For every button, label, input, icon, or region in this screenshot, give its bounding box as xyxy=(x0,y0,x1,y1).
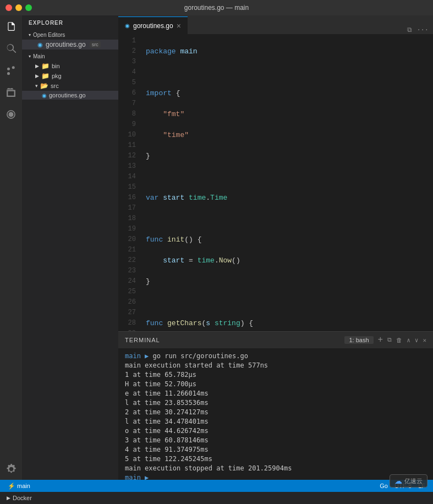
go-tab-icon: ◉ xyxy=(125,23,130,29)
main-section[interactable]: ▾ Main xyxy=(22,52,118,61)
terminal-line-12: 4 at time 91.374975ms xyxy=(125,445,426,454)
activity-bar-bottom xyxy=(4,462,18,475)
terminal-header: Terminal 1: bash + ⧉ 🗑 ∧ ∨ ✕ xyxy=(118,332,433,348)
open-file-name: goroutines.go xyxy=(46,41,86,48)
src-file-name: goroutines.go xyxy=(49,92,86,98)
tab-actions: ⧉ ··· xyxy=(403,26,433,34)
maximize-button[interactable] xyxy=(25,4,32,11)
terminal-line-1: main ▶ go run src/goroutines.go xyxy=(125,352,426,361)
folder-src-label: src xyxy=(51,83,59,89)
window-controls xyxy=(6,4,32,11)
titlebar: goroutines.go — main xyxy=(0,0,433,15)
cloud-icon: ☁ xyxy=(394,476,402,485)
code-content[interactable]: package main import { "fmt" "time" } var… xyxy=(140,35,433,331)
docker-text: Docker xyxy=(13,495,32,501)
open-editors-section[interactable]: ▾ Open Editors xyxy=(22,30,118,40)
open-editor-goroutines[interactable]: ◉ goroutines.go src xyxy=(22,40,118,50)
docker-section: ▶ Docker xyxy=(0,492,433,504)
source-control-icon[interactable] xyxy=(4,64,18,77)
folder-src-icon: 📂 xyxy=(40,82,48,90)
watermark-text: 亿速云 xyxy=(404,477,423,485)
main-label: Main xyxy=(33,53,45,59)
settings-icon[interactable] xyxy=(4,462,18,475)
minimize-button[interactable] xyxy=(15,4,22,11)
code-editor[interactable]: 12345 678910 1112131415 1617181920 21222… xyxy=(118,35,433,331)
chevron-down-icon: ▾ xyxy=(29,32,31,37)
more-actions-icon[interactable]: ··· xyxy=(416,26,429,34)
app-body: Explorer ▾ Open Editors ◉ goroutines.go … xyxy=(0,15,433,480)
split-editor-icon[interactable]: ⧉ xyxy=(407,26,412,34)
terminal-trash-icon[interactable]: 🗑 xyxy=(396,337,402,344)
go-file-icon: ◉ xyxy=(37,41,43,48)
terminal-chevron-down-icon[interactable]: ∨ xyxy=(415,337,419,344)
folder-pkg[interactable]: ▶ 📁 pkg xyxy=(22,71,118,81)
terminal-line-16: main ▶ xyxy=(125,473,426,480)
terminal-bash-badge[interactable]: 1: bash xyxy=(344,336,373,344)
window-title: goroutines.go — main xyxy=(184,4,249,12)
terminal-line-10: o at time 44.626742ms xyxy=(125,426,426,436)
chevron-right-icon-3: ▶ xyxy=(7,495,10,501)
terminal-line-9: l at time 34.478401ms xyxy=(125,417,426,426)
status-bar: ⚡ main Go UTF-8 LF xyxy=(0,480,433,492)
terminal-chevron-up-icon[interactable]: ∧ xyxy=(407,337,410,344)
terminal-close-icon[interactable]: ✕ xyxy=(423,337,426,344)
terminal-line-8: 2 at time 30.274127ms xyxy=(125,408,426,417)
remote-indicator[interactable]: ⚡ main xyxy=(4,483,34,490)
open-file-badge: src xyxy=(90,41,101,48)
tab-close-button[interactable]: × xyxy=(177,22,181,30)
terminal-body[interactable]: main ▶ go run src/goroutines.go main exe… xyxy=(118,348,433,480)
docker-label[interactable]: ▶ Docker xyxy=(7,495,32,501)
sidebar: Explorer ▾ Open Editors ◉ goroutines.go … xyxy=(22,15,118,480)
close-button[interactable] xyxy=(6,4,12,11)
terminal-line-7: l at time 23.853536ms xyxy=(125,398,426,408)
search-icon[interactable] xyxy=(4,42,18,55)
chevron-right-icon: ▶ xyxy=(35,63,39,69)
status-language[interactable]: Go xyxy=(376,483,391,489)
folder-icon: 📁 xyxy=(41,62,50,70)
terminal-line-13: 5 at time 122.245245ms xyxy=(125,454,426,464)
go-file-icon-2: ◉ xyxy=(42,92,47,98)
line-numbers: 12345 678910 1112131415 1617181920 21222… xyxy=(118,35,140,331)
chevron-right-icon-2: ▶ xyxy=(35,73,39,79)
terminal-add-icon[interactable]: + xyxy=(378,335,383,345)
chevron-down-icon-2: ▾ xyxy=(29,54,31,59)
explorer-icon[interactable] xyxy=(4,20,18,33)
sidebar-header: Explorer xyxy=(22,15,118,30)
chevron-down-icon-3: ▾ xyxy=(35,83,38,89)
extensions-icon[interactable] xyxy=(4,86,18,99)
terminal-line-15: main execution stopped at time 201.25904… xyxy=(125,464,426,473)
watermark: ☁ 亿速云 xyxy=(390,474,427,487)
terminal-split-icon[interactable]: ⧉ xyxy=(387,337,392,343)
terminal-tab-label[interactable]: Terminal xyxy=(125,337,160,343)
folder-src[interactable]: ▾ 📂 src xyxy=(22,81,118,91)
editor-area: ◉ goroutines.go × ⧉ ··· 12345 678910 111… xyxy=(118,15,433,480)
terminal-controls: 1: bash + ⧉ 🗑 ∧ ∨ ✕ xyxy=(344,335,426,345)
terminal-line-6: e at time 11.266014ms xyxy=(125,389,426,398)
terminal-line-2: main execution started at time 577ns xyxy=(125,361,426,370)
src-goroutines-file[interactable]: ◉ goroutines.go xyxy=(22,91,118,100)
terminal-line-11: 3 at time 60.878146ms xyxy=(125,436,426,445)
tab-bar: ◉ goroutines.go × ⧉ ··· xyxy=(118,15,433,35)
folder-bin[interactable]: ▶ 📁 bin xyxy=(22,61,118,71)
folder-pkg-label: pkg xyxy=(52,73,62,79)
terminal-line-5: H at time 52.700µs xyxy=(125,380,426,389)
terminal-line-4: 1 at time 65.782µs xyxy=(125,370,426,380)
folder-pkg-icon: 📁 xyxy=(41,72,50,80)
folder-bin-label: bin xyxy=(52,63,60,69)
tab-filename: goroutines.go xyxy=(133,22,173,30)
activity-bar xyxy=(0,15,22,480)
open-editors-label: Open Editors xyxy=(33,32,65,38)
terminal-container: Terminal 1: bash + ⧉ 🗑 ∧ ∨ ✕ main ▶ go r… xyxy=(118,331,433,480)
remote-explorer-icon[interactable] xyxy=(4,108,18,121)
tab-goroutines[interactable]: ◉ goroutines.go × xyxy=(118,17,188,34)
